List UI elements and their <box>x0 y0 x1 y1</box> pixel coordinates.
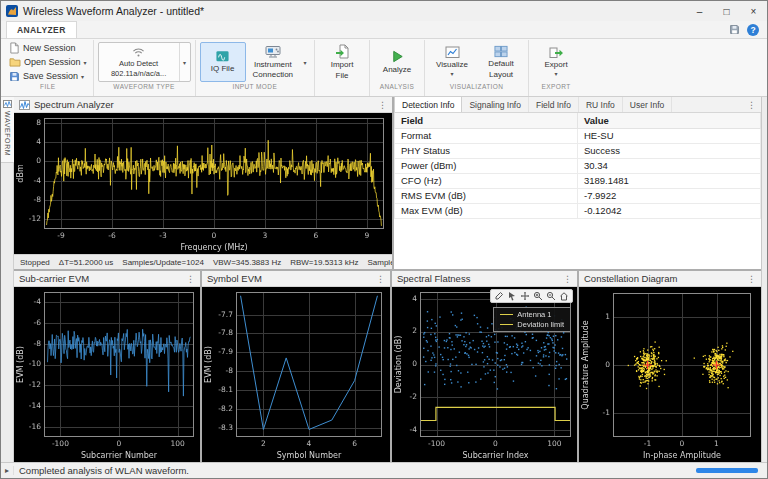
open-session-button[interactable]: Open Session ▾ <box>7 56 89 69</box>
maximize-button[interactable]: □ <box>713 1 740 21</box>
info-table-container: FieldValue FormatHE-SUPHY StatusSuccessP… <box>394 113 761 269</box>
chevron-down-icon: ▾ <box>451 71 454 78</box>
info-tab-signaling-info[interactable]: Signaling Info <box>462 97 529 112</box>
chevron-down-icon: ▾ <box>81 73 84 80</box>
chevron-down-icon[interactable]: ▾ <box>179 43 190 81</box>
table-row: Power (dBm)30.34 <box>395 158 761 173</box>
cursor-icon <box>507 291 517 301</box>
right-scroll-strip[interactable] <box>761 97 767 462</box>
quick-access-toolbar: ? <box>729 21 767 38</box>
info-tabs: Detection InfoSignaling InfoField InfoRU… <box>394 97 672 112</box>
app-window: Wireless Waveform Analyzer - untitled* –… <box>0 0 768 479</box>
spectrum-analyzer-panel: Spectrum Analyzer ⋮ StoppedΔT=51.2000 us… <box>14 97 392 269</box>
new-session-button[interactable]: New Session <box>7 42 89 55</box>
close-button[interactable]: × <box>740 1 767 21</box>
datatip-button[interactable] <box>506 290 518 302</box>
chevron-down-icon: ▾ <box>555 71 558 78</box>
toolstrip-section-visualization: Visualize ▾ Default Layout VISUALIZATION <box>424 40 528 96</box>
visualize-dropdown-button[interactable]: Visualize ▾ <box>429 42 475 82</box>
panel-menu-button[interactable]: ⋮ <box>378 100 387 110</box>
main-area: WAVEFORM Spectrum Analyzer ⋮ StoppedΔT=5… <box>1 97 767 462</box>
table-row: CFO (Hz)3189.1481 <box>395 173 761 188</box>
spectrum-status-item: RBW=19.5313 kHz <box>290 258 358 267</box>
legend-entry: Deviation limit <box>500 320 564 329</box>
info-tab-field-info[interactable]: Field Info <box>529 97 579 112</box>
panel-title: Spectrum Analyzer <box>34 99 114 110</box>
subcarrier-evm-plot[interactable] <box>14 287 200 462</box>
brush-icon <box>494 291 504 301</box>
new-session-label: New Session <box>23 43 76 53</box>
export-dropdown-button[interactable]: Export ▾ <box>533 42 579 82</box>
symbol-evm-panel: Symbol EVM ⋮ <box>202 271 390 462</box>
input-mode-dropdown-button[interactable]: ▾ <box>300 42 310 82</box>
save-session-button[interactable]: Save Session ▾ <box>7 70 89 83</box>
table-cell: -0.12042 <box>577 203 760 218</box>
section-label-visualization: VISUALIZATION <box>429 83 524 94</box>
visualize-label: Visualize <box>436 60 468 69</box>
detection-info-table: FieldValue FormatHE-SUPHY StatusSuccessP… <box>394 113 761 219</box>
panel-menu-button[interactable]: ⋮ <box>747 274 756 284</box>
analyze-button[interactable]: Analyze <box>374 42 420 82</box>
spectrum-status-item: Samples/Update=1024 <box>122 258 204 267</box>
toolstrip-section-waveform-type: Auto Detect 802.11a/n/ac/a... ▾ WAVEFORM… <box>93 40 195 96</box>
table-cell: 3189.1481 <box>577 173 760 188</box>
save-session-label: Save Session <box>23 71 78 81</box>
instrument-connection-toggle[interactable]: Instrument Connection <box>249 42 297 82</box>
default-layout-button[interactable]: Default Layout <box>478 42 524 82</box>
table-row: PHY StatusSuccess <box>395 143 761 158</box>
instrument-icon <box>265 45 281 59</box>
symbol-evm-plot[interactable] <box>202 287 390 462</box>
tab-analyzer[interactable]: ANALYZER <box>6 21 77 38</box>
legend-line-swatch <box>500 324 513 325</box>
panel-title: Spectral Flatness <box>397 273 470 284</box>
spectrum-plot[interactable] <box>14 113 392 254</box>
subcarrier-evm-canvas[interactable] <box>14 287 200 462</box>
expand-panel-button[interactable]: ▸ <box>1 466 14 475</box>
section-label-waveform-type: WAVEFORM TYPE <box>98 83 191 94</box>
minimize-button[interactable]: – <box>686 1 713 21</box>
home-icon <box>559 291 569 301</box>
content-area: Spectrum Analyzer ⋮ StoppedΔT=51.2000 us… <box>14 97 761 462</box>
import-file-button[interactable]: Import File <box>319 42 365 82</box>
waveform-type-dropdown[interactable]: Auto Detect 802.11a/n/ac/a... ▾ <box>98 42 191 82</box>
waveform-rail-tab[interactable]: WAVEFORM <box>1 97 14 163</box>
info-tab-bar: Detection InfoSignaling InfoField InfoRU… <box>394 97 761 113</box>
panel-menu-button[interactable]: ⋮ <box>186 274 195 284</box>
info-panel-menu-button[interactable]: ⋮ <box>747 100 761 110</box>
import-file-label-line2: File <box>336 71 349 80</box>
panel-menu-button[interactable]: ⋮ <box>563 274 572 284</box>
default-layout-label-line2: Layout <box>489 70 513 79</box>
detection-info-panel: Detection InfoSignaling InfoField InfoRU… <box>394 97 761 269</box>
window-title: Wireless Waveform Analyzer - untitled* <box>23 5 204 17</box>
spectrum-canvas[interactable] <box>14 113 392 254</box>
help-button[interactable]: ? <box>747 24 759 36</box>
info-table-head-row: FieldValue <box>395 113 761 128</box>
visualize-chart-icon <box>445 46 460 59</box>
analyze-play-icon <box>390 49 405 64</box>
zoom-in-button[interactable] <box>532 290 544 302</box>
symbol-evm-canvas[interactable] <box>202 287 390 462</box>
pan-button[interactable] <box>519 290 531 302</box>
brush-button[interactable] <box>493 290 505 302</box>
zoom-out-icon <box>546 291 556 301</box>
status-bar: ▸ Completed analysis of WLAN waveform. <box>1 462 767 478</box>
info-tab-ru-info[interactable]: RU Info <box>579 97 623 112</box>
subcarrier-evm-header: Sub-carrier EVM ⋮ <box>14 271 200 287</box>
analyze-label: Analyze <box>383 65 411 74</box>
iq-file-toggle[interactable]: IQ File <box>200 42 246 82</box>
zoom-out-button[interactable] <box>545 290 557 302</box>
constellation-canvas[interactable] <box>579 287 761 462</box>
panel-title: Constellation Diagram <box>584 273 677 284</box>
constellation-plot[interactable] <box>579 287 761 462</box>
panel-menu-button[interactable]: ⋮ <box>376 274 385 284</box>
table-cell: CFO (Hz) <box>395 173 578 188</box>
waveform-tab-icon <box>3 100 12 108</box>
save-layout-button[interactable] <box>729 24 740 35</box>
constellation-panel: Constellation Diagram ⋮ <box>579 271 761 462</box>
info-tab-detection-info[interactable]: Detection Info <box>394 97 462 112</box>
spectrum-panel-header: Spectrum Analyzer ⋮ <box>14 97 392 113</box>
section-label-input-mode: INPUT MODE <box>200 83 310 94</box>
restore-view-button[interactable] <box>558 290 570 302</box>
spectral-flatness-plot[interactable]: Antenna 1Deviation limit <box>392 287 577 462</box>
info-tab-user-info[interactable]: User Info <box>623 97 673 112</box>
